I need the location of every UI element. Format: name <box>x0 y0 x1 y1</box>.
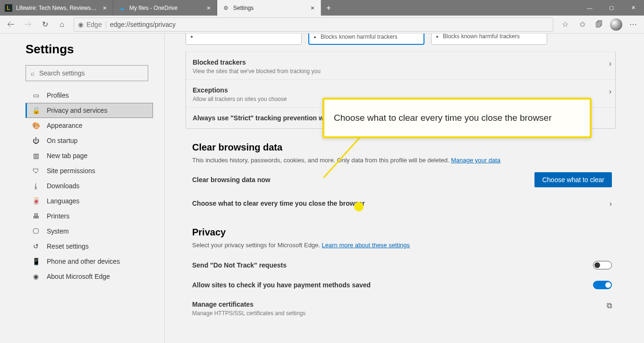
address-bar[interactable]: ◉Edge edge://settings/privacy <box>74 17 553 32</box>
sidebar-item-siteperm[interactable]: 🛡Site permissions <box>25 163 153 178</box>
card-bullet: Blocks known harmful trackers <box>443 33 542 40</box>
permissions-icon: 🛡 <box>32 167 40 175</box>
learn-more-link[interactable]: Learn more about these settings <box>322 242 410 249</box>
sidebar-item-label: Site permissions <box>47 167 95 175</box>
card-bullet: Blocks known harmful trackers <box>321 33 419 40</box>
payment-toggle[interactable] <box>593 281 612 289</box>
sidebar-item-label: New tab page <box>47 152 87 159</box>
favorite-star-icon[interactable]: ☆ <box>557 17 573 32</box>
sidebar-item-printers[interactable]: 🖶Printers <box>25 209 153 224</box>
tab-title: My files - OneDrive <box>129 5 202 11</box>
sidebar-item-phone[interactable]: 📱Phone and other devices <box>25 254 153 269</box>
tab-title: Settings <box>233 5 305 11</box>
tab-lifewire[interactable]: L Lifewire: Tech News, Reviews, He × <box>0 0 113 16</box>
section-subtitle: Select your privacy settings for Microso… <box>192 242 616 249</box>
row-subtitle: View the sites that we've blocked from t… <box>193 68 321 75</box>
window-minimize[interactable]: — <box>579 0 601 16</box>
sidebar-item-about[interactable]: ◉About Microsoft Edge <box>25 269 153 284</box>
row-title: Exceptions <box>193 86 287 94</box>
search-placeholder: Search settings <box>39 69 85 77</box>
sidebar-item-label: Phone and other devices <box>47 258 120 265</box>
manage-data-link[interactable]: Manage your data <box>451 157 500 164</box>
profile-avatar[interactable] <box>608 17 624 32</box>
more-menu-icon[interactable]: ⋯ <box>625 17 641 32</box>
tab-settings[interactable]: ⚙ Settings × <box>217 0 321 16</box>
payment-label: Allow sites to check if you have payment… <box>192 281 371 289</box>
sidebar-item-profiles[interactable]: ▭Profiles <box>25 88 153 103</box>
dnt-toggle[interactable] <box>593 261 612 269</box>
sidebar-item-label: On startup <box>47 137 77 144</box>
titlebar: L Lifewire: Tech News, Reviews, He × ☁ M… <box>0 0 644 16</box>
clear-now-label: Clear browsing data now <box>192 176 271 184</box>
toolbar: 🡠 🡢 ↻ ⌂ ◉Edge edge://settings/privacy ☆ … <box>0 16 644 33</box>
choose-close-label: Choose what to clear every time you clos… <box>192 200 365 207</box>
sidebar-item-label: Downloads <box>47 182 79 190</box>
reset-icon: ↺ <box>32 243 40 250</box>
section-subtitle: This includes history, passwords, cookie… <box>192 157 616 164</box>
sidebar-item-label: Appearance <box>47 122 83 129</box>
sidebar-item-label: Languages <box>47 197 79 205</box>
callout-dot <box>354 202 364 211</box>
row-choose-close[interactable]: Choose what to clear every time you clos… <box>186 193 616 214</box>
callout-text: Choose what to clear every time you clos… <box>334 113 552 123</box>
back-button[interactable]: 🡠 <box>3 17 19 32</box>
sidebar-item-label: Profiles <box>47 92 69 99</box>
sidebar-item-label: Reset settings <box>47 243 89 250</box>
gear-icon: ⚙ <box>222 4 229 12</box>
settings-sidebar: Settings ⌕ Search settings ▭Profiles 🔒Pr… <box>0 33 164 343</box>
lock-icon: 🔒 <box>32 107 40 114</box>
row-blocked-trackers[interactable]: Blocked trackers View the sites that we'… <box>186 51 615 79</box>
section-heading-clear: Clear browsing data <box>192 142 616 153</box>
sidebar-item-downloads[interactable]: ⭳Downloads <box>25 178 153 193</box>
tracking-card-basic[interactable] <box>186 33 302 45</box>
section-sub-text: Select your privacy settings for Microso… <box>192 242 322 249</box>
row-manage-certificates[interactable]: Manage certificates Manage HTTPS/SSL cer… <box>186 295 616 318</box>
annotation-callout: Choose what to clear every time you clos… <box>322 98 592 138</box>
search-icon: ⌕ <box>31 69 34 77</box>
sidebar-item-label: About Microsoft Edge <box>47 273 110 280</box>
phone-icon: 📱 <box>32 258 40 265</box>
dnt-label: Send "Do Not Track" requests <box>192 261 287 269</box>
tracking-card-balanced[interactable]: Blocks known harmful trackers <box>308 33 424 45</box>
settings-heading: Settings <box>25 42 153 57</box>
sidebar-item-system[interactable]: 🖵System <box>25 224 153 239</box>
edge-icon: ◉ <box>32 273 40 280</box>
favorites-icon[interactable]: ✩ <box>574 17 590 32</box>
language-icon: 🀄 <box>32 197 40 205</box>
tab-title: Lifewire: Tech News, Reviews, He <box>16 5 98 11</box>
search-input[interactable]: ⌕ Search settings <box>25 65 148 81</box>
palette-icon: 🎨 <box>32 122 40 129</box>
download-icon: ⭳ <box>32 182 40 190</box>
forward-button[interactable]: 🡢 <box>20 17 36 32</box>
row-subtitle: Manage HTTPS/SSL certificates and settin… <box>192 310 305 317</box>
new-tab-button[interactable]: + <box>321 0 336 16</box>
window-maximize[interactable]: ▢ <box>601 0 622 16</box>
section-sub-text: This includes history, passwords, cookie… <box>192 157 451 164</box>
sidebar-item-startup[interactable]: ⏻On startup <box>25 133 153 148</box>
sidebar-item-languages[interactable]: 🀄Languages <box>25 193 153 209</box>
sidebar-item-appearance[interactable]: 🎨Appearance <box>25 118 153 133</box>
system-icon: 🖵 <box>32 227 40 235</box>
sidebar-item-label: System <box>47 227 69 235</box>
favicon-onedrive: ☁ <box>118 4 126 12</box>
address-text: edge://settings/privacy <box>110 21 176 28</box>
close-icon[interactable]: × <box>205 4 212 12</box>
edge-icon-label: ◉Edge <box>78 21 106 28</box>
sidebar-item-privacy[interactable]: 🔒Privacy and services <box>25 103 153 118</box>
row-title: Manage certificates <box>192 301 305 308</box>
external-link-icon: ⧉ <box>607 301 612 310</box>
choose-what-to-clear-button[interactable]: Choose what to clear <box>534 172 612 187</box>
home-button[interactable]: ⌂ <box>54 17 70 32</box>
collections-icon[interactable]: 🗐 <box>591 17 607 32</box>
close-icon[interactable]: × <box>102 4 108 12</box>
sidebar-item-newtab[interactable]: ▥New tab page <box>25 148 153 163</box>
close-icon[interactable]: × <box>309 4 316 12</box>
sidebar-item-reset[interactable]: ↺Reset settings <box>25 239 153 254</box>
tab-onedrive[interactable]: ☁ My files - OneDrive × <box>113 0 217 16</box>
tracking-card-strict[interactable]: Blocks known harmful trackers <box>431 33 547 45</box>
section-heading-privacy: Privacy <box>192 227 616 238</box>
window-close[interactable]: ✕ <box>622 0 644 16</box>
refresh-button[interactable]: ↻ <box>37 17 53 32</box>
chevron-right-icon: › <box>609 87 611 96</box>
chevron-right-icon: › <box>609 59 611 68</box>
